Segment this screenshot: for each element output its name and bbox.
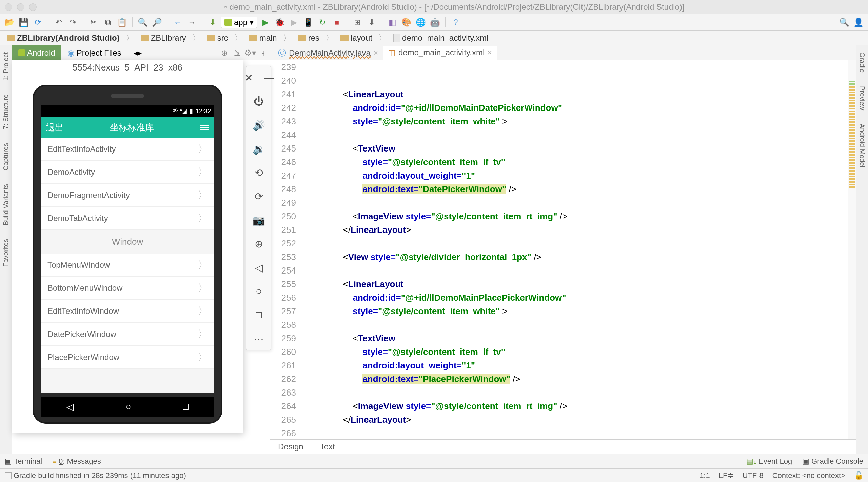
nav-recent-icon[interactable]: □: [183, 401, 189, 412]
line-separator[interactable]: LF≑: [719, 471, 734, 480]
breadcrumb-item[interactable]: ZBLibrary(Android Studio): [3, 33, 137, 43]
list-item[interactable]: EditTextInfoActivity〉: [41, 138, 214, 161]
device-icon[interactable]: 📱: [302, 16, 314, 28]
breadcrumb-item[interactable]: main: [246, 33, 295, 43]
editor-tab[interactable]: ◫ demo_main_activity.xml ×: [383, 46, 497, 60]
event-log-button[interactable]: ▤₁ Event Log: [746, 457, 792, 466]
debug-icon[interactable]: 🐞: [274, 16, 286, 28]
translate-icon[interactable]: 🌐: [415, 16, 427, 28]
sdk-icon[interactable]: ⬇: [366, 16, 378, 28]
phone-screen[interactable]: ³ᴳ ⁴◢ ▮ 12:32 退出 坐标标准库 EditTextInfoActiv…: [41, 105, 214, 393]
list-item[interactable]: DemoTabActivity〉: [41, 207, 214, 230]
left-rail-item[interactable]: Captures: [2, 143, 10, 170]
theme-icon[interactable]: 🎨: [400, 16, 413, 28]
close-dot[interactable]: [5, 3, 12, 11]
nav-back-icon[interactable]: ◁: [66, 401, 74, 413]
volume-up-icon[interactable]: 🔊: [252, 118, 265, 132]
emu-recent-icon[interactable]: □: [252, 308, 265, 322]
paste-icon[interactable]: 📋: [116, 16, 128, 28]
forward-icon[interactable]: →: [186, 16, 198, 28]
editor-tab[interactable]: Ⓒ DemoMainActivity.java ×: [273, 45, 383, 60]
scroll-target-icon[interactable]: ⊕: [219, 48, 230, 58]
left-rail-item[interactable]: Favorites: [2, 239, 10, 267]
rotate-left-icon[interactable]: ⟲: [252, 166, 265, 179]
coverage-icon[interactable]: ▶: [288, 16, 300, 28]
project-tab-files[interactable]: ◉ Project Files: [61, 45, 127, 60]
hamburger-icon[interactable]: [200, 125, 209, 130]
messages-button[interactable]: ≡ 0: Messages: [52, 457, 101, 466]
zoom-in-icon[interactable]: ⊕: [252, 237, 265, 250]
editor-content[interactable]: 2392402412422432442452462472482492502512…: [270, 60, 856, 439]
sync-icon[interactable]: ⟳: [32, 16, 44, 28]
gradle-console-button[interactable]: ▣ Gradle Console: [802, 457, 863, 466]
breadcrumb-item[interactable]: layout: [337, 33, 390, 43]
avd-icon[interactable]: ⊞: [351, 16, 363, 28]
right-rail-item[interactable]: Gradle: [858, 52, 866, 73]
build-icon[interactable]: ⬇: [206, 16, 219, 28]
layout-icon[interactable]: ◧: [386, 16, 398, 28]
power-icon[interactable]: ⏻: [252, 95, 265, 108]
phone-list[interactable]: EditTextInfoActivity〉DemoActivity〉DemoFr…: [41, 138, 214, 393]
emulator-window[interactable]: 5554:Nexus_5_API_23_x86 ³ᴳ ⁴◢ ▮ 12:32 退出…: [12, 60, 243, 433]
minimize-dot[interactable]: [17, 3, 24, 11]
text-tab[interactable]: Text: [312, 440, 343, 454]
project-tab-more[interactable]: ◂▸: [127, 45, 148, 60]
find-icon[interactable]: 🔍: [137, 16, 149, 28]
volume-down-icon[interactable]: 🔉: [252, 142, 265, 156]
cut-icon[interactable]: ✂: [87, 16, 100, 28]
cursor-position[interactable]: 1:1: [699, 471, 710, 480]
run-icon[interactable]: ▶: [259, 16, 272, 28]
save-icon[interactable]: 💾: [18, 16, 30, 28]
list-item[interactable]: PlacePickerWindow〉: [41, 346, 214, 369]
context[interactable]: Context: <no context>: [772, 471, 845, 480]
project-tab-android[interactable]: Android: [12, 45, 61, 60]
collapse-icon[interactable]: ⇲: [232, 48, 242, 58]
zoom-dot[interactable]: [29, 3, 37, 11]
list-item[interactable]: DemoFragmentActivity〉: [41, 184, 214, 207]
android-small-icon[interactable]: 🤖: [429, 16, 441, 28]
list-item[interactable]: BottomMenuWindow〉: [41, 277, 214, 300]
user-icon[interactable]: 👤: [852, 16, 865, 28]
left-rail-item[interactable]: 7: Structure: [2, 94, 10, 129]
open-icon[interactable]: 📂: [3, 16, 16, 28]
redo-icon[interactable]: ↷: [67, 16, 79, 28]
encoding[interactable]: UTF-8: [742, 471, 763, 480]
help-icon[interactable]: ?: [450, 16, 462, 28]
phone-back-button[interactable]: 退出: [46, 122, 64, 134]
breadcrumb-item[interactable]: src: [204, 33, 246, 43]
emu-close-icon[interactable]: ✕: [242, 71, 255, 84]
status-icon[interactable]: [5, 472, 12, 479]
rotate-right-icon[interactable]: ⟳: [252, 189, 265, 203]
list-item[interactable]: TopMenuWindow〉: [41, 254, 214, 277]
code-area[interactable]: <LinearLayout android:id="@+id/llDemoMai…: [300, 60, 848, 439]
breadcrumb-item[interactable]: ZBLibrary: [137, 33, 204, 43]
list-item[interactable]: EditTextInfoWindow〉: [41, 300, 214, 323]
close-icon[interactable]: ×: [487, 48, 492, 57]
left-rail-item[interactable]: 1: Project: [2, 52, 10, 81]
close-icon[interactable]: ×: [373, 48, 378, 58]
left-rail-item[interactable]: Build Variants: [2, 184, 10, 225]
hide-icon[interactable]: ⫞: [258, 48, 268, 58]
run-config-selector[interactable]: app ▾: [221, 17, 257, 28]
list-item[interactable]: DatePickerWindow〉: [41, 323, 214, 346]
camera-icon[interactable]: 📷: [252, 213, 265, 227]
terminal-button[interactable]: ▣ Terminal: [5, 457, 42, 466]
rerun-icon[interactable]: ↻: [316, 16, 329, 28]
list-item[interactable]: DemoActivity〉: [41, 161, 214, 184]
copy-icon[interactable]: ⧉: [102, 16, 114, 28]
stop-icon[interactable]: ■: [331, 16, 343, 28]
emu-home-icon[interactable]: ○: [252, 284, 265, 298]
search-everywhere-icon[interactable]: 🔍: [838, 16, 850, 28]
design-tab[interactable]: Design: [270, 440, 312, 454]
gear-icon[interactable]: ⚙▾: [245, 48, 255, 58]
emu-minimize-icon[interactable]: —: [262, 71, 276, 84]
marker-strip[interactable]: [848, 60, 856, 439]
replace-icon[interactable]: 🔎: [151, 16, 163, 28]
undo-icon[interactable]: ↶: [53, 16, 65, 28]
emu-more-icon[interactable]: ⋯: [252, 332, 265, 345]
right-rail-item[interactable]: Preview: [858, 86, 866, 110]
nav-home-icon[interactable]: ○: [125, 401, 131, 412]
breadcrumb-item[interactable]: res: [295, 33, 337, 43]
back-icon[interactable]: ←: [172, 16, 184, 28]
lock-icon[interactable]: 🔓: [854, 471, 863, 480]
